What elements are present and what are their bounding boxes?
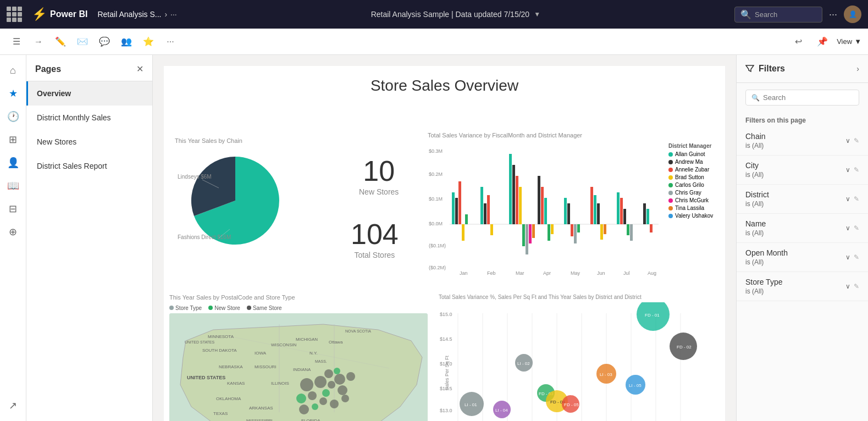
bubble-chart-title: Total Sales Variance %, Sales Per Sq Ft … xyxy=(439,294,736,300)
filter-chain[interactable]: Chain is (All) ∨ ✎ xyxy=(737,126,868,156)
user-avatar[interactable]: 👤 xyxy=(844,5,861,23)
global-search-box[interactable]: 🔍 xyxy=(734,7,822,23)
filter-name-value: is (All) xyxy=(745,229,766,237)
workspaces-icon-button[interactable]: ⊟ xyxy=(2,198,24,220)
filters-title: Filters xyxy=(745,64,785,74)
filter-store-type-chevron-icon[interactable]: ∨ xyxy=(845,282,850,290)
svg-text:$0.2M: $0.2M xyxy=(429,171,443,177)
global-search-input[interactable] xyxy=(755,10,815,19)
breadcrumb-current[interactable]: Retail Analysis S... xyxy=(97,10,161,19)
filters-expand-button[interactable]: › xyxy=(856,64,859,73)
filter-chain-edit-icon[interactable]: ✎ xyxy=(854,137,859,145)
svg-rect-22 xyxy=(522,224,525,246)
filter-store-type[interactable]: Store Type is (All) ∨ ✎ xyxy=(737,272,868,301)
power-bi-logo: ⚡ Power BI xyxy=(27,7,92,21)
apps-icon-button[interactable]: ⊞ xyxy=(2,129,24,151)
pie-label-lindseys: Lindseys $6M xyxy=(178,174,212,180)
bar-chart-section[interactable]: Total Sales Variance by FiscalMonth and … xyxy=(428,132,736,291)
filter-open-month[interactable]: Open Month is (All) ∨ ✎ xyxy=(737,243,868,272)
filters-header: Filters › xyxy=(737,55,868,83)
filter-store-type-edit-icon[interactable]: ✎ xyxy=(854,282,859,290)
svg-rect-38 xyxy=(597,203,600,224)
page-item-district-monthly-sales[interactable]: District Monthly Sales xyxy=(26,106,152,130)
filter-city-chevron-icon[interactable]: ∨ xyxy=(845,166,850,174)
filter-open-month-chevron-icon[interactable]: ∨ xyxy=(845,253,850,261)
svg-rect-45 xyxy=(630,224,633,241)
filters-search-input[interactable] xyxy=(763,93,853,102)
nav-dropdown-icon[interactable]: ▼ xyxy=(534,10,540,18)
home-icon-button[interactable]: ⌂ xyxy=(2,59,24,81)
pin-button[interactable]: 📌 xyxy=(812,32,832,52)
kpi-total-stores-label: Total Stores xyxy=(351,251,399,259)
filter-chain-value: is (All) xyxy=(745,142,766,149)
page-item-overview[interactable]: Overview xyxy=(26,81,152,106)
svg-rect-30 xyxy=(551,224,554,234)
filters-search-box[interactable]: 🔍 xyxy=(745,90,859,106)
svg-text:Jan: Jan xyxy=(460,270,468,276)
svg-rect-27 xyxy=(541,187,544,224)
filter-name-chevron-icon[interactable]: ∨ xyxy=(845,224,850,232)
expand-sidebar-button[interactable]: ↗ xyxy=(2,395,24,417)
filter-open-month-edit-icon[interactable]: ✎ xyxy=(854,253,859,261)
filter-city[interactable]: City is (All) ∨ ✎ xyxy=(737,156,868,185)
pages-header: Pages ✕ xyxy=(26,55,152,81)
filter-city-name: City xyxy=(745,161,764,170)
canvas-content: Store Sales Overview This Year Sales by … xyxy=(164,66,725,421)
toolbar: ☰ → ✏️ ✉️ 💬 👥 ⭐ ··· ↩ 📌 View ▼ xyxy=(0,29,868,55)
nav-center-title: Retail Analysis Sample | Data updated 7/… xyxy=(183,10,729,19)
bar-chart-title: Total Sales Variance by FiscalMonth and … xyxy=(428,132,736,139)
pages-title: Pages xyxy=(35,64,61,74)
svg-point-90 xyxy=(314,376,327,388)
svg-text:MASS.: MASS. xyxy=(315,359,327,363)
svg-point-94 xyxy=(308,391,317,400)
share-button[interactable]: ✉️ xyxy=(73,32,92,52)
page-item-new-stores[interactable]: New Stores xyxy=(26,130,152,154)
svg-point-88 xyxy=(338,385,347,395)
svg-point-97 xyxy=(330,400,339,408)
svg-text:Apr: Apr xyxy=(543,270,551,276)
pages-close-button[interactable]: ✕ xyxy=(136,64,143,74)
svg-text:LI - 04: LI - 04 xyxy=(495,408,508,413)
map-section[interactable]: This Year Sales by PostalCode and Store … xyxy=(169,294,433,421)
learn-icon-button[interactable]: 📖 xyxy=(2,175,24,197)
teams-button[interactable]: 👥 xyxy=(117,32,136,52)
view-button[interactable]: View ▼ xyxy=(837,37,861,46)
filter-name-edit-icon[interactable]: ✎ xyxy=(854,224,859,232)
svg-text:FD - 05: FD - 05 xyxy=(564,402,579,407)
filter-district-edit-icon[interactable]: ✎ xyxy=(854,195,859,203)
app-grid-icon[interactable] xyxy=(7,7,22,22)
edit-button[interactable]: ✏️ xyxy=(51,32,70,52)
svg-rect-40 xyxy=(604,224,606,234)
svg-text:$0.0M: $0.0M xyxy=(429,221,443,226)
more-options-button[interactable]: ··· xyxy=(829,9,837,20)
page-item-district-sales-report[interactable]: District Sales Report xyxy=(26,154,152,178)
svg-text:$0.1M: $0.1M xyxy=(429,196,443,202)
map-store-type-legend: Store Type New Store Same Store xyxy=(169,305,433,311)
hamburger-menu-button[interactable]: ☰ xyxy=(7,32,26,52)
favorites-icon-button[interactable]: ★ xyxy=(2,82,24,104)
filter-city-value: is (All) xyxy=(745,171,764,179)
undo-button[interactable]: ↩ xyxy=(788,32,808,52)
people-icon-button[interactable]: 👤 xyxy=(2,152,24,174)
bubble-chart-section[interactable]: Total Sales Variance %, Sales Per Sq Ft … xyxy=(439,294,736,421)
filter-district-value: is (All) xyxy=(745,200,769,208)
svg-point-87 xyxy=(328,381,335,389)
report-center-label: Retail Analysis Sample | Data updated 7/… xyxy=(371,10,529,19)
arrow-right-button[interactable]: → xyxy=(29,32,48,52)
chat-button[interactable]: 💬 xyxy=(95,32,114,52)
filter-district-chevron-icon[interactable]: ∨ xyxy=(845,195,850,203)
svg-rect-37 xyxy=(594,195,596,224)
breadcrumb-more-btn[interactable]: ··· xyxy=(170,10,177,19)
svg-rect-35 xyxy=(577,224,580,232)
recent-icon-button[interactable]: 🕐 xyxy=(2,106,24,128)
svg-rect-34 xyxy=(574,224,577,243)
create-icon-button[interactable]: ⊕ xyxy=(2,221,24,243)
svg-rect-33 xyxy=(571,224,573,236)
filter-district[interactable]: District is (All) ∨ ✎ xyxy=(737,185,868,214)
filter-chain-chevron-icon[interactable]: ∨ xyxy=(845,137,850,145)
filter-city-edit-icon[interactable]: ✎ xyxy=(854,166,859,174)
bookmark-button[interactable]: ⭐ xyxy=(139,32,158,52)
pie-chart-section[interactable]: This Year Sales by Chain Lindseys $6M Fa… xyxy=(175,137,329,250)
more-toolbar-button[interactable]: ··· xyxy=(161,32,180,52)
filter-name[interactable]: Name is (All) ∨ ✎ xyxy=(737,214,868,243)
